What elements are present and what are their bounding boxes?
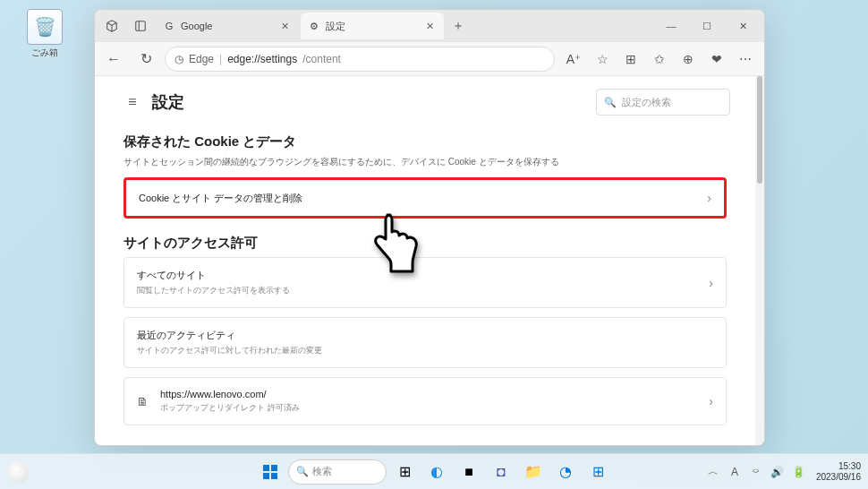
content-wrap: ≡ 設定 🔍 設定の検索 保存された Cookie とデータ サイトとセッション… xyxy=(95,76,764,445)
wifi-icon[interactable]: ⌔ xyxy=(748,466,764,478)
permissions-heading: サイトのアクセス許可 xyxy=(123,235,727,252)
svg-rect-3 xyxy=(271,465,277,471)
all-sites-card[interactable]: すべてのサイト 閲覧したサイトのアクセス許可を表示する › xyxy=(123,257,727,308)
taskbar-search-placeholder: 検索 xyxy=(312,465,332,478)
vertical-tabs-button[interactable] xyxy=(127,13,154,39)
settings-favicon-icon: ⚙ xyxy=(308,20,320,32)
page-title: 設定 xyxy=(152,91,184,113)
window-maximize[interactable]: ☐ xyxy=(689,13,725,39)
nav-refresh[interactable]: ↻ xyxy=(132,46,159,73)
battery-icon[interactable]: 🔋 xyxy=(791,466,807,478)
browser-window: G Google ✕ ⚙ 設定 ✕ ＋ — ☐ ✕ ← ↻ ◷ Edge | e… xyxy=(94,9,765,446)
manage-cookies-card[interactable]: Cookie とサイト データの管理と削除 › xyxy=(123,177,727,219)
collections-button[interactable]: ⊕ xyxy=(675,47,702,72)
svg-rect-4 xyxy=(263,473,269,479)
read-aloud-button[interactable]: A⁺ xyxy=(560,47,587,72)
search-icon: 🔍 xyxy=(296,466,309,477)
svg-rect-2 xyxy=(263,465,269,471)
url-edge-label: Edge xyxy=(189,53,214,65)
taskbar-right: ︿ A ⌔ 🔊 🔋 15:30 2023/09/16 xyxy=(705,461,861,483)
url-host: edge://settings xyxy=(227,53,297,65)
cube-icon xyxy=(106,20,118,32)
tab-actions-button[interactable] xyxy=(98,13,125,39)
tab-settings[interactable]: ⚙ 設定 ✕ xyxy=(301,13,444,39)
favorites-bar-button[interactable]: ✩ xyxy=(646,47,673,72)
ime-indicator[interactable]: A xyxy=(727,466,743,478)
toolbar-icons: A⁺ ☆ ⊞ ✩ ⊕ ❤ ⋯ xyxy=(560,47,759,72)
store-button[interactable]: ⊞ xyxy=(583,458,612,486)
desktop-recycle-bin[interactable]: 🗑️ ごみ箱 xyxy=(22,9,67,59)
svg-rect-0 xyxy=(136,21,146,31)
taskbar-left xyxy=(7,461,29,483)
url-separator: | xyxy=(219,53,222,65)
teams-button[interactable]: ◘ xyxy=(487,458,515,486)
new-tab-button[interactable]: ＋ xyxy=(446,13,471,39)
tab-google[interactable]: G Google ✕ xyxy=(156,13,299,39)
recycle-bin-icon: 🗑️ xyxy=(27,9,63,45)
site-permission-sub: ポップアップとリダイレクト 許可済み xyxy=(160,402,700,414)
task-view-button[interactable]: ⊞ xyxy=(390,458,419,486)
site-row-lenovo[interactable]: 🗎 https://www.lenovo.com/ ポップアップとリダイレクト … xyxy=(123,377,727,425)
edge-taskbar-button[interactable]: ◔ xyxy=(551,458,580,486)
menu-button[interactable]: ⋯ xyxy=(732,47,759,72)
edge-icon: ◷ xyxy=(174,53,183,65)
chevron-right-icon: › xyxy=(709,394,713,408)
favorites-button[interactable]: ☆ xyxy=(589,47,616,72)
recent-activity-sub: サイトのアクセス許可に対して行われた最新の変更 xyxy=(137,345,713,356)
tabbar: G Google ✕ ⚙ 設定 ✕ ＋ — ☐ ✕ xyxy=(95,10,764,42)
file-explorer-button[interactable]: 📁 xyxy=(519,458,548,486)
extensions-button[interactable]: ⊞ xyxy=(617,47,644,72)
taskbar-center: 🔍 検索 ⊞ ◐ ■ ◘ 📁 ◔ ⊞ xyxy=(256,458,612,486)
taskbar: 🔍 検索 ⊞ ◐ ■ ◘ 📁 ◔ ⊞ ︿ A ⌔ 🔊 🔋 15:30 2023/… xyxy=(0,453,868,489)
recycle-bin-label: ごみ箱 xyxy=(22,47,67,59)
tab-google-title: Google xyxy=(181,21,212,31)
chevron-right-icon: › xyxy=(709,276,713,290)
chevron-right-icon: › xyxy=(707,191,711,205)
cookies-desc: サイトとセッション間の継続的なブラウジングを容易にするために、デバイスに Coo… xyxy=(123,156,727,168)
tab-google-close[interactable]: ✕ xyxy=(277,19,292,33)
document-icon: 🗎 xyxy=(137,395,151,408)
clock-time: 15:30 xyxy=(816,461,861,472)
settings-menu-button[interactable]: ≡ xyxy=(120,90,145,115)
recent-activity-title: 最近のアクティビティ xyxy=(137,329,713,342)
settings-content: ≡ 設定 🔍 設定の検索 保存された Cookie とデータ サイトとセッション… xyxy=(95,76,755,445)
recent-activity-card: 最近のアクティビティ サイトのアクセス許可に対して行われた最新の変更 xyxy=(123,317,727,368)
settings-search-placeholder: 設定の検索 xyxy=(622,96,671,109)
cookies-heading: 保存された Cookie とデータ xyxy=(123,133,727,150)
chat-button[interactable]: ◐ xyxy=(422,458,451,486)
windows-icon xyxy=(262,464,278,480)
all-sites-sub: 閲覧したサイトのアクセス許可を表示する xyxy=(137,285,700,296)
url-field[interactable]: ◷ Edge | edge://settings/content xyxy=(165,47,555,72)
address-bar: ← ↻ ◷ Edge | edge://settings/content A⁺ … xyxy=(95,42,764,76)
settings-search[interactable]: 🔍 設定の検索 xyxy=(596,89,730,116)
taskbar-clock[interactable]: 15:30 2023/09/16 xyxy=(816,461,861,483)
clock-date: 2023/09/16 xyxy=(816,472,861,483)
window-controls: — ☐ ✕ xyxy=(653,13,761,39)
app-icon-1[interactable]: ■ xyxy=(455,458,483,486)
tab-settings-title: 設定 xyxy=(326,20,345,33)
window-close[interactable]: ✕ xyxy=(725,13,761,39)
tab-settings-close[interactable]: ✕ xyxy=(422,19,437,33)
browser-essentials-button[interactable]: ❤ xyxy=(703,47,730,72)
weather-widget[interactable] xyxy=(7,461,29,483)
settings-header: ≡ 設定 🔍 設定の検索 xyxy=(120,89,730,116)
window-minimize[interactable]: — xyxy=(653,13,689,39)
taskbar-search[interactable]: 🔍 検索 xyxy=(288,459,387,485)
search-icon: 🔍 xyxy=(604,97,617,108)
scrollbar[interactable] xyxy=(755,76,764,445)
site-url: https://www.lenovo.com/ xyxy=(160,389,700,399)
section-permissions: サイトのアクセス許可 すべてのサイト 閲覧したサイトのアクセス許可を表示する ›… xyxy=(123,235,727,425)
svg-rect-5 xyxy=(271,473,277,479)
url-path: /content xyxy=(302,53,341,65)
all-sites-title: すべてのサイト xyxy=(137,269,700,282)
scrollbar-thumb[interactable] xyxy=(757,76,762,184)
panel-icon xyxy=(134,20,147,32)
start-button[interactable] xyxy=(256,458,285,486)
tray-chevron-icon[interactable]: ︿ xyxy=(705,464,721,479)
nav-back[interactable]: ← xyxy=(100,46,127,73)
section-cookies: 保存された Cookie とデータ サイトとセッション間の継続的なブラウジングを… xyxy=(123,133,727,219)
google-favicon-icon: G xyxy=(163,20,175,32)
manage-cookies-title: Cookie とサイト データの管理と削除 xyxy=(139,192,698,205)
volume-icon[interactable]: 🔊 xyxy=(770,466,786,478)
